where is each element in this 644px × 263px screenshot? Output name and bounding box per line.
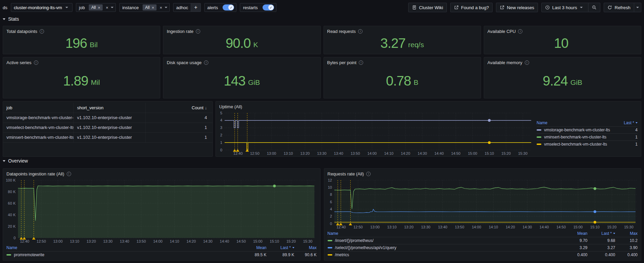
section-overview[interactable]: Overview [3, 158, 28, 164]
cell-job: vmstorage-benchmark-vm-cluster-lts [3, 113, 74, 123]
series-name: vmstorage-benchmark-vm-cluster-lts [544, 128, 610, 132]
versions-table: job short_version Count↓ vmstorage-bench… [3, 103, 212, 143]
legend-header-name[interactable]: Name [328, 230, 563, 237]
svg-text:12:50: 12:50 [37, 239, 46, 243]
stat-value: 90.0 [226, 36, 251, 51]
chevron-down-icon[interactable] [165, 7, 167, 10]
info-icon[interactable] [366, 172, 371, 176]
datasource-select[interactable]: cluster-monitoring-lts-vm [11, 3, 72, 12]
legend-item-vminsert[interactable]: vminsert-benchmark-vm-cluster-lts [537, 134, 623, 140]
cluster-wiki-button[interactable]: Cluster Wiki [408, 3, 447, 12]
svg-text:13:40: 13:40 [438, 225, 447, 229]
stat-title: Active series [6, 60, 32, 65]
legend-header-mean[interactable]: Mean [563, 230, 587, 237]
info-icon[interactable] [196, 29, 200, 34]
datasource-value[interactable]: cluster-monitoring-lts-vm [14, 5, 62, 10]
info-icon[interactable] [358, 29, 362, 34]
legend-item-promremotewrite[interactable]: promremotewrite [6, 251, 242, 258]
series-name: vminsert-benchmark-vm-cluster-lts [544, 135, 606, 139]
legend-item-vmstorage[interactable]: vmstorage-benchmark-vm-cluster-lts [537, 127, 623, 133]
job-variable-label: job [76, 5, 87, 10]
instance-chip-all[interactable]: All × [143, 4, 157, 11]
legend-item-vmselect[interactable]: vmselect-benchmark-vm-cluster-lts [537, 141, 623, 148]
table-row[interactable]: vmstorage-benchmark-vm-cluster-lts v1.10… [3, 113, 212, 123]
stat-value: 9.24 [543, 73, 568, 89]
info-icon[interactable] [518, 29, 522, 34]
job-clear-icon[interactable]: × [104, 5, 110, 10]
uptime-panel: Uptime (All) 01234512:4012:5013:0013:101… [215, 101, 641, 157]
instance-clear-icon[interactable]: × [158, 5, 164, 10]
stat-value: 196 [65, 36, 87, 51]
job-chip-all[interactable]: All × [89, 4, 103, 11]
stat-panel-ingestion-rate: Ingestion rate 90.0K [163, 26, 320, 54]
sort-desc-icon: ↓ [205, 105, 207, 110]
series-name: /insert/{}/prometheus/ [335, 238, 374, 243]
series-swatch [328, 247, 332, 248]
cell-short-version: v1.102.10-enterprise-cluster [74, 132, 145, 142]
stat-unit: Bil [90, 41, 98, 49]
svg-text:2: 2 [330, 214, 332, 218]
legend-header-max[interactable]: Max [615, 230, 638, 237]
info-icon[interactable] [525, 60, 529, 65]
dashboard: ds cluster-monitoring-lts-vm job All × ×… [0, 0, 644, 263]
info-icon[interactable] [34, 60, 38, 65]
stat-unit: B [414, 78, 418, 87]
section-stats[interactable]: Stats [3, 16, 19, 22]
uptime-panel-title[interactable]: Uptime (All) [216, 101, 641, 110]
refresh-icon [607, 5, 612, 10]
stat-panel-total-datapoints: Total datapoints 196Bil [3, 26, 160, 54]
legend-header-last[interactable]: Last * [587, 230, 615, 237]
column-header-job[interactable]: job [3, 103, 74, 113]
versions-table-panel: job short_version Count↓ vmstorage-bench… [3, 101, 213, 157]
column-header-short-version[interactable]: short_version [74, 103, 145, 113]
legend-item-select[interactable]: /select/{}/prometheus/api/v1/query [328, 244, 563, 251]
requests-panel-title[interactable]: Requests rate (All) [324, 169, 641, 177]
document-icon [412, 5, 417, 10]
svg-text:13:10: 13:10 [70, 239, 79, 243]
svg-text:12: 12 [328, 178, 332, 182]
legend-header-name[interactable]: Name [537, 119, 623, 126]
legend-header-last[interactable]: Last * [623, 119, 638, 126]
external-link-icon [500, 5, 504, 10]
instance-chip-remove-icon[interactable]: × [152, 5, 154, 10]
svg-text:14:50: 14:50 [236, 239, 246, 243]
stat-panel-available-cpu: Available CPU 10 [484, 26, 641, 54]
table-row[interactable]: vminsert-benchmark-vm-cluster-lts v1.102… [3, 132, 212, 142]
datapoints-chart[interactable]: 020 K40 K60 K80 K100 K12:4012:5013:0013:… [3, 177, 320, 244]
legend-header-max[interactable]: Max [294, 244, 317, 251]
legend-item-insert[interactable]: /insert/{}/prometheus/ [328, 237, 563, 244]
svg-text:60 K: 60 K [8, 201, 16, 205]
instance-chip-label: All [145, 5, 149, 10]
uptime-chart[interactable]: 01234512:4012:5013:0013:1013:2013:3013:4… [216, 110, 535, 156]
svg-text:15:20: 15:20 [286, 239, 296, 243]
legend-header-last[interactable]: Last * [267, 244, 294, 251]
info-icon[interactable] [204, 60, 208, 65]
legend-header-mean[interactable]: Mean [242, 244, 267, 251]
datapoints-panel-title[interactable]: Datapoints ingestion rate (All) [3, 169, 320, 177]
job-chip-remove-icon[interactable]: × [98, 5, 101, 10]
time-range-picker[interactable]: Last 3 hours [541, 3, 588, 12]
refresh-interval-dropdown[interactable] [634, 3, 641, 12]
chevron-down-icon[interactable] [111, 7, 113, 10]
table-row[interactable]: vmselect-benchmark-vm-cluster-lts v1.102… [3, 123, 212, 132]
alerts-toggle[interactable] [223, 4, 234, 11]
zoom-out-button[interactable] [588, 3, 600, 12]
restarts-toggle[interactable] [263, 4, 274, 11]
svg-text:13:20: 13:20 [300, 151, 310, 155]
found-a-bug-button[interactable]: Found a bug? [450, 3, 493, 12]
refresh-button[interactable]: Refresh [604, 3, 634, 12]
new-releases-button[interactable]: New releases [496, 3, 538, 12]
svg-text:13:30: 13:30 [317, 151, 327, 155]
requests-chart[interactable]: 02468101212:4012:5013:0013:1013:2013:301… [324, 177, 641, 230]
stat-unit: GiB [248, 78, 260, 87]
info-icon[interactable] [359, 60, 363, 65]
svg-text:13:10: 13:10 [387, 225, 397, 229]
info-icon[interactable] [40, 29, 44, 34]
series-swatch [328, 254, 332, 256]
column-header-count[interactable]: Count↓ [145, 103, 212, 113]
legend-header-name[interactable]: Name [6, 244, 242, 251]
legend-item-metrics[interactable]: /metrics [328, 251, 563, 258]
cell-count: 1 [145, 123, 212, 132]
info-icon[interactable] [67, 172, 71, 176]
adhoc-add-button[interactable]: + [191, 3, 200, 12]
